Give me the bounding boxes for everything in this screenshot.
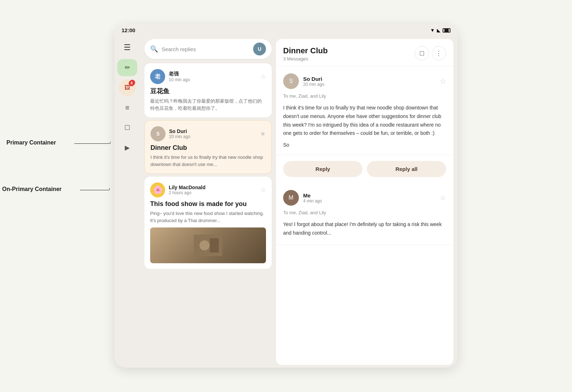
email-subject-soduri: Dinner Club	[151, 144, 266, 152]
message-star-soduri[interactable]: ☆	[440, 77, 446, 85]
reply-actions: Reply Reply all	[276, 155, 453, 183]
email-list-panel: 🔍 Search replies U 老 老强 10 min	[140, 36, 276, 368]
search-icon: 🔍	[150, 45, 158, 53]
message-item-soduri: S So Duri 20 min ago ☆ To me, Ziad, and …	[276, 66, 453, 155]
status-bar: 12:00 ▼ ◢	[114, 24, 458, 36]
email-detail-title-group: Dinner Club 3 Messages	[283, 46, 328, 62]
message-body-soduri: I think it's time for us to finally try …	[283, 104, 446, 138]
email-time-soduri: 20 min ago	[169, 134, 256, 139]
message-avatar-me: M	[283, 190, 299, 206]
message-item-me: M Me 4 min ago ☆ To me, Ziad, and Lily Y…	[276, 183, 453, 245]
sidebar-item-notes[interactable]: ≡	[119, 99, 136, 116]
star-icon-lily[interactable]: ☆	[260, 186, 266, 194]
email-avatar-laojian: 老	[150, 69, 165, 84]
message-signature-soduri: So	[283, 142, 446, 148]
email-detail-panel: Dinner Club 3 Messages ☐ ⋮ S	[276, 39, 453, 365]
annotation-primary-container: Primary Container	[6, 139, 56, 146]
email-image-preview	[150, 227, 266, 263]
message-to-soduri: To me, Ziad, and Lily	[283, 93, 446, 99]
sidebar-item-video[interactable]: ▶	[119, 139, 136, 156]
signal-icon: ◢	[437, 28, 440, 33]
svg-rect-2	[210, 238, 219, 253]
notification-icon: 🖼	[124, 84, 130, 91]
email-sender-info-soduri: So Duri 20 min ago	[169, 128, 256, 139]
message-header-me: M Me 4 min ago ☆	[283, 190, 446, 206]
message-header-soduri: S So Duri 20 min ago ☆	[283, 73, 446, 89]
email-sender-name: 老强	[169, 71, 257, 77]
message-time-soduri: 20 min ago	[303, 82, 435, 87]
svg-point-1	[199, 240, 209, 250]
email-card-laojian[interactable]: 老 老强 10 min ago ☆ 豆花鱼 最近忙吗？昨晚我去了你最爱的那家饭馆…	[144, 63, 272, 117]
email-preview-soduri: I think it's time for us to finally try …	[151, 154, 266, 168]
compose-icon: ✏	[125, 64, 130, 72]
status-icons: ▼ ◢	[430, 28, 450, 33]
badge: 4	[129, 80, 135, 85]
email-detail-header: Dinner Club 3 Messages ☐ ⋮	[276, 39, 453, 66]
page-wrapper: Primary Container On-Primary Container 1…	[0, 0, 572, 392]
email-avatar-lily: 🌸	[150, 182, 165, 197]
expand-button[interactable]: ☐	[415, 46, 429, 60]
email-image-inner	[150, 227, 266, 263]
avatar-initial: U	[258, 46, 261, 52]
email-sender-info-lily: Lily MacDonald 2 hours ago	[169, 185, 257, 195]
email-time-lily: 2 hours ago	[169, 190, 257, 195]
email-detail-body: S So Duri 20 min ago ☆ To me, Ziad, and …	[276, 66, 453, 365]
more-options-button[interactable]: ⋮	[432, 46, 446, 60]
email-time: 10 min ago	[169, 77, 257, 82]
message-avatar-soduri: S	[283, 73, 299, 89]
wifi-icon: ▼	[430, 28, 435, 33]
search-bar[interactable]: 🔍 Search replies U	[144, 39, 272, 59]
message-body-me: Yes! I forgot about that place! I'm defi…	[283, 220, 446, 237]
message-to-me: To me, Ziad, and Lily	[283, 210, 446, 215]
phone-frame: 12:00 ▼ ◢ ☰ ✏ 🖼 4 ≡	[114, 24, 458, 368]
email-card-soduri[interactable]: S So Duri 20 min ago ★ Dinner Club I thi…	[144, 120, 272, 174]
message-sender-name-soduri: So Duri	[303, 76, 435, 82]
email-subject: 豆花鱼	[150, 87, 266, 95]
main-content: ☰ ✏ 🖼 4 ≡ ☐ ▶ 🔍 Search replies	[114, 36, 458, 368]
sidebar-item-chat[interactable]: ☐	[119, 119, 136, 136]
email-detail-actions: ☐ ⋮	[415, 46, 446, 60]
message-sender-soduri: So Duri 20 min ago	[303, 76, 435, 87]
message-sender-me: Me 4 min ago	[303, 192, 435, 204]
message-time-me: 4 min ago	[303, 199, 435, 204]
email-detail-subtitle: 3 Messages	[283, 56, 328, 62]
email-preview-lily: Ping– you'd love this new food show I st…	[150, 210, 266, 224]
reply-all-button[interactable]: Reply all	[367, 161, 446, 177]
sidebar-item-compose[interactable]: ✏	[117, 59, 137, 76]
user-avatar[interactable]: U	[253, 43, 266, 55]
annotation-on-primary-container: On-Primary Container	[2, 186, 61, 192]
email-avatar-soduri: S	[151, 126, 166, 141]
email-detail-title: Dinner Club	[283, 46, 328, 55]
sidebar: ☰ ✏ 🖼 4 ≡ ☐ ▶	[114, 36, 140, 368]
email-sender-name-lily: Lily MacDonald	[169, 185, 257, 190]
sidebar-item-notifications[interactable]: 🖼 4	[119, 79, 136, 96]
email-card-lily[interactable]: 🌸 Lily MacDonald 2 hours ago ☆ This food…	[144, 177, 272, 269]
message-star-me[interactable]: ☆	[440, 193, 446, 202]
food-show-thumbnail	[194, 235, 222, 256]
sidebar-item-menu[interactable]: ☰	[119, 39, 136, 56]
email-sender-info: 老强 10 min ago	[169, 71, 257, 82]
email-list: 老 老强 10 min ago ☆ 豆花鱼 最近忙吗？昨晚我去了你最爱的那家饭馆…	[140, 62, 276, 368]
status-time: 12:00	[122, 27, 135, 33]
star-icon-soduri[interactable]: ★	[260, 130, 266, 138]
email-preview: 最近忙吗？昨晚我去了你最爱的那家饭馆，点了他们的特色豆花鱼，吃着吃着就想你了。	[150, 98, 266, 112]
email-subject-lily: This food show is made for you	[150, 200, 266, 208]
email-sender-name-soduri: So Duri	[169, 128, 256, 134]
battery-icon	[443, 28, 450, 33]
message-sender-name-me: Me	[303, 192, 435, 199]
reply-button[interactable]: Reply	[283, 161, 363, 177]
star-icon[interactable]: ☆	[260, 73, 266, 80]
search-placeholder-text: Search replies	[162, 46, 250, 52]
